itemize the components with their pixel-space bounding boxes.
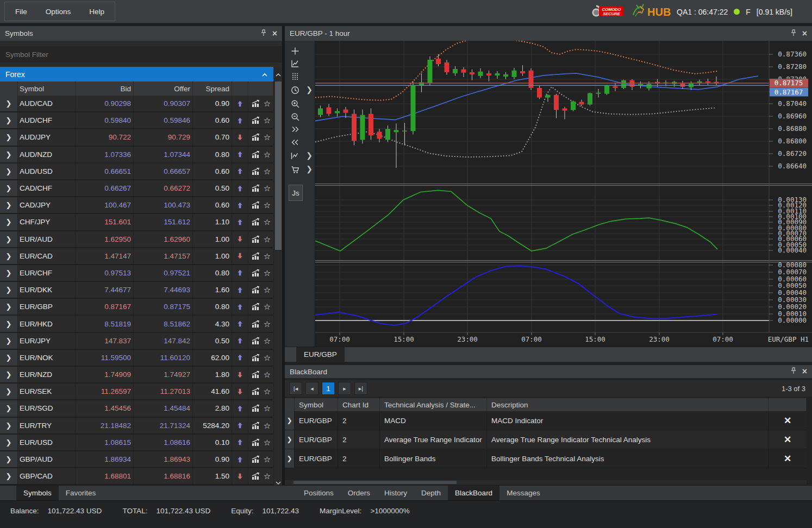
favorite-star-icon[interactable]: ☆ xyxy=(264,370,271,379)
expand-icon[interactable]: ❯ xyxy=(0,214,18,230)
scrollbar-thumb[interactable] xyxy=(275,81,282,250)
expand-icon[interactable]: ❯ xyxy=(0,451,18,467)
open-chart-icon[interactable] xyxy=(251,387,260,395)
symbol-row-audusd[interactable]: ❯AUD/USD0.666510.666570.60☆ xyxy=(0,164,273,180)
favorite-star-icon[interactable]: ☆ xyxy=(264,303,271,311)
favorite-star-icon[interactable]: ☆ xyxy=(264,167,271,175)
symbol-group-forex[interactable]: Forex xyxy=(0,67,273,81)
favorite-star-icon[interactable]: ☆ xyxy=(264,116,271,124)
symbol-row-gbpcad[interactable]: ❯GBP/CAD1.688011.688161.50☆ xyxy=(0,468,273,485)
bb-column-header[interactable]: Technical Analysis / Strate... xyxy=(380,398,487,411)
open-chart-icon[interactable] xyxy=(251,286,260,294)
close-icon[interactable]: × xyxy=(802,30,807,37)
open-chart-icon[interactable] xyxy=(251,404,260,412)
submenu-chevron-icon[interactable]: ❯ xyxy=(306,151,313,160)
first-page-button[interactable]: |◂ xyxy=(289,382,302,395)
blackboard-row[interactable]: ❯EUR/GBP2Average True Range IndicatorAve… xyxy=(285,430,807,449)
favorite-star-icon[interactable]: ☆ xyxy=(264,184,271,192)
chart-type-icon[interactable] xyxy=(288,57,303,70)
dock-tab-symbols[interactable]: Symbols xyxy=(16,486,59,501)
open-chart-icon[interactable] xyxy=(251,354,260,362)
expand-icon[interactable]: ❯ xyxy=(0,299,18,315)
open-chart-icon[interactable] xyxy=(251,422,260,430)
symbol-row-eurhkd[interactable]: ❯EUR/HKD8.518198.518624.30☆ xyxy=(0,316,273,332)
expand-icon[interactable]: ❯ xyxy=(0,316,18,331)
menu-item-file[interactable]: File xyxy=(6,8,36,16)
symbol-row-audchf[interactable]: ❯AUD/CHF0.598400.598460.60☆ xyxy=(0,112,273,129)
close-icon[interactable]: × xyxy=(272,30,277,37)
chart-tab-eurgbp[interactable]: EUR/GBP xyxy=(296,347,345,362)
js-scripting-button[interactable]: Js xyxy=(289,185,303,201)
expand-icon[interactable]: ❯ xyxy=(0,367,18,382)
symbol-row-eurgbp[interactable]: ❯EUR/GBP0.871670.871750.80☆ xyxy=(0,299,273,316)
expand-icon[interactable]: ❯ xyxy=(0,435,18,450)
favorite-star-icon[interactable]: ☆ xyxy=(264,337,271,345)
close-icon[interactable]: × xyxy=(802,368,807,375)
symbol-row-eurdkk[interactable]: ❯EUR/DKK7.446777.446931.60☆ xyxy=(0,282,273,299)
add-icon[interactable] xyxy=(288,45,303,58)
symbol-row-chfjpy[interactable]: ❯CHF/JPY151.601151.6121.10☆ xyxy=(0,214,273,231)
bb-column-header[interactable]: Chart Id xyxy=(338,398,380,411)
column-header-symbol[interactable]: Symbol xyxy=(18,81,76,96)
symbol-row-eurchf[interactable]: ❯EUR/CHF0.975130.975210.80☆ xyxy=(0,265,273,282)
expand-icon[interactable]: ❯ xyxy=(0,180,18,196)
favorite-star-icon[interactable]: ☆ xyxy=(264,404,271,412)
open-chart-icon[interactable] xyxy=(251,472,260,480)
scroll-down-icon[interactable] xyxy=(276,477,281,482)
dock-tab-history[interactable]: History xyxy=(377,486,414,501)
dock-tab-messages[interactable]: Messages xyxy=(499,486,547,501)
bb-column-header[interactable]: Description xyxy=(487,398,769,411)
symbol-row-audnzd[interactable]: ❯AUD/NZD1.073361.073440.80☆ xyxy=(0,147,273,164)
blackboard-horizontal-scrollbar[interactable] xyxy=(285,480,807,485)
expand-icon[interactable]: ❯ xyxy=(285,430,295,449)
fast-forward-icon[interactable] xyxy=(288,123,303,136)
symbol-row-eursek[interactable]: ❯EUR/SEK11.2659711.2701341.60☆ xyxy=(0,384,273,400)
expand-icon[interactable]: ❯ xyxy=(285,411,295,430)
expand-icon[interactable]: ❯ xyxy=(0,147,18,162)
column-header-spread[interactable]: Spread xyxy=(193,81,232,96)
symbol-row-eurusd[interactable]: ❯EUR/USD1.086151.086160.10☆ xyxy=(0,435,273,451)
open-chart-icon[interactable] xyxy=(251,337,260,345)
favorite-star-icon[interactable]: ☆ xyxy=(264,252,271,260)
favorite-star-icon[interactable]: ☆ xyxy=(264,99,271,108)
symbol-row-eursgd[interactable]: ❯EUR/SGD1.454561.454842.80☆ xyxy=(0,400,273,417)
dock-tab-orders[interactable]: Orders xyxy=(341,486,377,501)
open-chart-icon[interactable] xyxy=(251,370,260,379)
pin-icon[interactable] xyxy=(261,29,266,38)
symbol-row-cadchf[interactable]: ❯CAD/CHF0.662670.662720.50☆ xyxy=(0,180,273,197)
symbol-row-eurcad[interactable]: ❯EUR/CAD1.471471.471571.00☆ xyxy=(0,248,273,265)
expand-icon[interactable]: ❯ xyxy=(0,231,18,247)
symbol-row-eurjpy[interactable]: ❯EUR/JPY147.837147.8420.50☆ xyxy=(0,333,273,350)
favorite-star-icon[interactable]: ☆ xyxy=(264,235,271,243)
time-period-icon[interactable] xyxy=(288,84,303,97)
column-header-bid[interactable]: Bid xyxy=(76,81,134,96)
open-chart-icon[interactable] xyxy=(251,303,260,311)
dock-tab-positions[interactable]: Positions xyxy=(297,486,341,501)
symbol-row-audjpy[interactable]: ❯AUD/JPY90.72290.7290.70☆ xyxy=(0,129,273,146)
menu-item-options[interactable]: Options xyxy=(36,8,80,16)
expand-icon[interactable]: ❯ xyxy=(285,449,295,468)
price-chart-canvas[interactable]: 0.873600.872800.872000.871200.870400.869… xyxy=(315,41,812,347)
symbol-row-eurnzd[interactable]: ❯EUR/NZD1.749091.749271.80☆ xyxy=(0,367,273,384)
expand-icon[interactable]: ❯ xyxy=(0,96,18,111)
expand-icon[interactable]: ❯ xyxy=(0,197,18,213)
open-chart-icon[interactable] xyxy=(251,235,260,243)
collapse-chevron-icon[interactable] xyxy=(261,70,268,79)
symbol-filter-input[interactable] xyxy=(0,46,282,62)
open-chart-icon[interactable] xyxy=(251,218,260,226)
open-chart-icon[interactable] xyxy=(251,133,260,141)
menu-item-help[interactable]: Help xyxy=(80,8,114,16)
favorite-star-icon[interactable]: ☆ xyxy=(264,150,271,159)
open-chart-icon[interactable] xyxy=(251,252,260,260)
favorite-star-icon[interactable]: ☆ xyxy=(264,472,271,480)
rewind-icon[interactable] xyxy=(288,136,303,149)
favorite-star-icon[interactable]: ☆ xyxy=(264,320,271,328)
blackboard-row[interactable]: ❯EUR/GBP2Bollinger BandsBollinger Bands … xyxy=(285,449,807,468)
trade-cart-icon[interactable] xyxy=(288,163,303,176)
symbol-row-eurtry[interactable]: ❯EUR/TRY21.1848221.713245284.20☆ xyxy=(0,418,273,435)
expand-icon[interactable]: ❯ xyxy=(0,112,18,128)
remove-icon[interactable]: ✕ xyxy=(769,430,807,449)
expand-icon[interactable]: ❯ xyxy=(0,333,18,349)
expand-icon[interactable]: ❯ xyxy=(0,265,18,281)
pin-icon[interactable] xyxy=(791,29,796,38)
